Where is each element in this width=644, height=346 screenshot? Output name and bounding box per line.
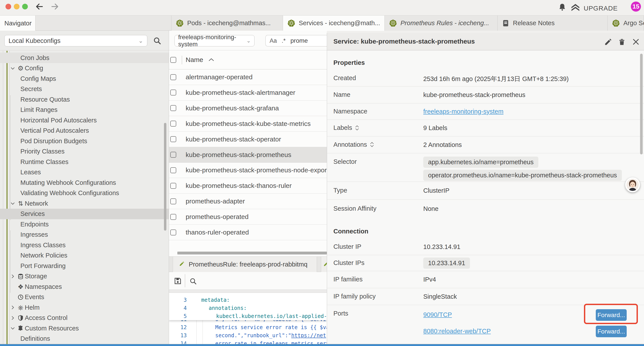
traffic-light-close-icon[interactable] <box>6 4 11 9</box>
horizontal-scrollbar[interactable] <box>177 252 327 255</box>
sidebar-item-secrets[interactable]: Secrets <box>0 84 169 94</box>
navigator-panel-tab[interactable]: Navigator <box>0 15 36 31</box>
sidebar-item-helm[interactable]: ⎈Helm <box>0 302 169 313</box>
namespace-link[interactable]: freeleaps-monitoring-system <box>423 108 504 115</box>
table-row-kube-prometheus-stack-prometheus[interactable]: kube-prometheus-stack-prometheus <box>169 147 327 163</box>
delete-trash-icon[interactable] <box>618 38 626 47</box>
line-number: 13 <box>169 333 187 339</box>
row-checkbox[interactable] <box>170 90 176 95</box>
edit-pencil-icon[interactable] <box>604 38 612 47</box>
table-row-kube-prometheus-stack-operator[interactable]: kube-prometheus-stack-operator <box>169 132 327 147</box>
notification-count-badge[interactable]: 15 <box>631 1 641 11</box>
sidebar-item-horizontal-pod-autoscalers[interactable]: Horizontal Pod Autoscalers <box>0 115 169 125</box>
sidebar-item-cron-jobs[interactable]: Cron Jobs <box>0 52 169 63</box>
port-link-9090-tcp[interactable]: 9090/TCP <box>423 311 452 318</box>
sidebar-item-namespaces[interactable]: ❖Namespaces <box>0 281 169 292</box>
table-row-kube-prometheus-stack-alertmanager[interactable]: kube-prometheus-stack-alertmanager <box>169 85 327 100</box>
sidebar-item-storage[interactable]: Storage <box>0 271 169 282</box>
tab-services-icecheng-math[interactable]: Services - icecheng@math...× <box>283 15 385 31</box>
notifications-bell-icon[interactable] <box>558 2 567 13</box>
sidebar-item-config[interactable]: ⚙Config <box>0 63 169 74</box>
row-checkbox[interactable] <box>170 136 176 142</box>
table-row-kube-prometheus-stack-prometheus-node-expor[interactable]: kube-prometheus-stack-prometheus-node-ex… <box>169 162 327 178</box>
select-all-checkbox[interactable] <box>170 57 176 63</box>
traffic-light-minimize-icon[interactable] <box>14 4 20 9</box>
save-icon[interactable] <box>174 277 182 286</box>
user-avatar[interactable] <box>625 177 640 192</box>
name-column-header[interactable]: Name <box>186 56 214 63</box>
row-checkbox[interactable] <box>170 74 176 80</box>
sidebar-item-custom-resources[interactable]: Custom Resources <box>0 323 169 334</box>
back-arrow-icon[interactable] <box>35 2 44 11</box>
sidebar-item-resource-quotas[interactable]: Resource Quotas <box>0 94 169 105</box>
chevron-right-icon[interactable] <box>10 274 15 279</box>
sidebar-item-validating-webhook-configurations[interactable]: Validating Webhook Configurations <box>0 188 169 198</box>
table-row-kube-prometheus-stack-thanos-ruler[interactable]: kube-prometheus-stack-thanos-ruler <box>169 178 327 194</box>
table-row-alertmanager-operated[interactable]: alertmanager-operated <box>169 69 327 85</box>
sidebar-item-network[interactable]: ⇅Network <box>0 198 169 209</box>
sidebar-item-ingress-classes[interactable]: Ingress Classes <box>0 240 169 250</box>
chevron-right-icon[interactable] <box>10 315 15 321</box>
sidebar-item-priority-classes[interactable]: Priority Classes <box>0 146 169 157</box>
sidebar-item-leases[interactable]: Leases <box>0 167 169 178</box>
chevron-down-icon[interactable] <box>10 326 15 331</box>
table-row-prometheus-adapter[interactable]: prometheus-adapter <box>169 194 327 209</box>
chevron-right-icon[interactable] <box>10 305 15 310</box>
sidebar-item-access-control[interactable]: Access Control <box>0 313 169 323</box>
sidebar-item-events[interactable]: Events <box>0 292 169 303</box>
close-icon[interactable] <box>632 38 640 47</box>
sidebar-item-label: Services <box>20 210 45 217</box>
table-row-kube-prometheus-stack-kube-state-metrics[interactable]: kube-prometheus-stack-kube-state-metrics <box>169 116 327 132</box>
table-header: Name <box>169 50 327 69</box>
chevron-down-icon[interactable] <box>10 66 15 71</box>
sidebar-item-definitions[interactable]: Definitions <box>0 334 169 344</box>
editor-search-icon[interactable] <box>189 277 197 286</box>
row-checkbox[interactable] <box>170 214 176 220</box>
sidebar-item-vertical-pod-autoscalers[interactable]: Vertical Pod Autoscalers <box>0 125 169 136</box>
sidebar-item-services[interactable]: Services <box>0 209 169 219</box>
kubeconfig-selector[interactable]: Local Kubeconfigs ⌄ <box>4 35 147 46</box>
sidebar-item-pod-disruption-budgets[interactable]: Pod Disruption Budgets <box>0 136 169 146</box>
row-checkbox[interactable] <box>170 183 176 189</box>
editor-tab-partial[interactable] <box>321 257 327 272</box>
sidebar-item-limit-ranges[interactable]: Limit Ranges <box>0 105 169 115</box>
row-checkbox[interactable] <box>170 198 176 204</box>
sidebar-scrollbar[interactable] <box>164 123 166 231</box>
port-link-8080-reloader-web-tcp[interactable]: 8080:reloader-web/TCP <box>423 328 491 335</box>
sidebar-search-icon[interactable] <box>153 36 162 46</box>
tab-pods-icecheng-mathmas[interactable]: Pods - icecheng@mathmas... <box>171 15 283 31</box>
traffic-light-zoom-icon[interactable] <box>22 4 28 9</box>
sidebar-item-ingresses[interactable]: Ingresses <box>0 230 169 240</box>
list-search-input[interactable]: Aa .* prome <box>266 35 327 46</box>
sidebar-item-runtime-classes[interactable]: Runtime Classes <box>0 157 169 167</box>
sidebar-item-config-maps[interactable]: Config Maps <box>0 73 169 84</box>
editor-tab-prometheusrule[interactable]: PrometheusRule: freeleaps-prod-rabbitmq <box>173 257 317 272</box>
sidebar-item-port-forwarding[interactable]: Port Forwarding <box>0 261 169 271</box>
tab-argo-se[interactable]: Argo Se <box>608 15 644 31</box>
upgrade-button[interactable]: UPGRADE <box>570 3 618 14</box>
table-row-thanos-ruler-operated[interactable]: thanos-ruler-operated <box>169 225 327 240</box>
sidebar-item-mutating-webhook-configurations[interactable]: Mutating Webhook Configurations <box>0 177 169 188</box>
service-name: kube-prometheus-stack-operator <box>186 136 281 143</box>
row-checkbox[interactable] <box>170 230 176 235</box>
regex-icon[interactable]: .* <box>282 37 286 44</box>
tab-release-notes[interactable]: Release Notes <box>498 15 608 31</box>
row-checkbox[interactable] <box>170 121 176 127</box>
table-row-kube-prometheus-stack-grafana[interactable]: kube-prometheus-stack-grafana <box>169 100 327 116</box>
chevron-down-icon[interactable] <box>10 201 15 206</box>
table-row-prometheus-operated[interactable]: prometheus-operated <box>169 209 327 225</box>
yaml-editor[interactable]: 110", "for": "4m", "labels": { "service"… <box>169 293 327 344</box>
sort-expander-icon[interactable] <box>355 125 359 130</box>
detail-scrollbar[interactable] <box>640 54 643 154</box>
sidebar-item-network-policies[interactable]: Network Policies <box>0 250 169 261</box>
row-checkbox[interactable] <box>170 105 176 111</box>
sidebar-item-endpoints[interactable]: Endpoints <box>0 219 169 230</box>
row-checkbox[interactable] <box>170 167 176 173</box>
row-checkbox[interactable] <box>170 152 176 158</box>
match-case-icon[interactable]: Aa <box>270 37 277 44</box>
tab-prometheus-rules-icecheng[interactable]: Prometheus Rules - icecheng... <box>385 15 498 31</box>
forward-arrow-icon[interactable] <box>50 2 59 11</box>
sort-expander-icon[interactable] <box>370 142 374 147</box>
namespace-filter-select[interactable]: freeleaps-monitoring-system ⌄ <box>174 35 254 46</box>
forward-button-8080-reloader-web-tcp[interactable]: Forward... <box>596 326 627 337</box>
